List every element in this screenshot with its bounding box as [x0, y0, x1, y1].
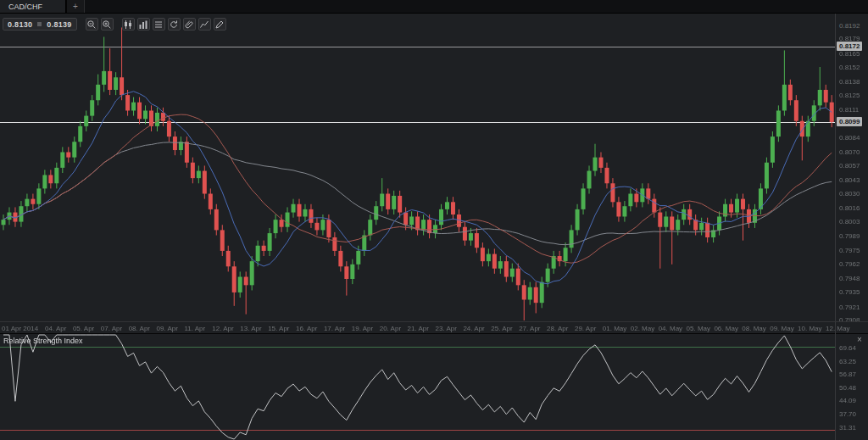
zoom-out-icon: [86, 19, 97, 30]
price-axis-label: 0.8192: [839, 22, 860, 30]
time-axis-label: 05. Apr: [73, 325, 94, 332]
price-axis-label: 0.7935: [839, 288, 860, 296]
time-axis-label: 05. May: [687, 325, 710, 332]
price-axis-label: 0.8057: [839, 162, 860, 170]
time-axis-label: 27. Apr: [519, 325, 540, 332]
refresh-icon: [169, 19, 179, 30]
time-axis-label: 13. Apr: [240, 325, 261, 332]
time-axis-label: 08. May: [742, 325, 765, 332]
price-axis-label: 0.7921: [839, 304, 860, 311]
price-axis-label: 0.8138: [839, 78, 860, 86]
price-axis-label: 0.8152: [839, 64, 860, 71]
chart-tools-group: [122, 18, 226, 31]
zoom-out-button[interactable]: [86, 18, 98, 31]
price-axis-label: 0.7975: [839, 247, 860, 254]
time-axis-label: 10. May: [798, 325, 821, 332]
rsi-axis-label: 56.87: [839, 370, 856, 378]
bar-chart-button[interactable]: [137, 18, 150, 31]
tab-bar-filler: [85, 0, 868, 13]
time-axis-label: 24. Apr: [463, 325, 484, 332]
price-axis-label: 0.8043: [839, 176, 860, 184]
rsi-close-icon[interactable]: ×: [854, 335, 865, 344]
time-axis-label: 12. Apr: [212, 325, 233, 332]
menu-button[interactable]: [153, 18, 165, 31]
time-axis-label: 02. May: [631, 325, 654, 332]
bar-chart-icon: [138, 19, 148, 30]
candlestick-chart-icon: [123, 19, 133, 30]
rsi-axis-label: 63.25: [839, 358, 856, 365]
quote-panel: 0.8130 0.8139: [3, 18, 77, 31]
time-axis-label: 28. Apr: [547, 325, 568, 332]
time-axis-label: 11. Apr: [184, 325, 205, 332]
sell-price-button[interactable]: 0.8130: [8, 20, 32, 29]
time-axis-label: 09. Apr: [157, 325, 178, 332]
time-axis-label: 06. May: [714, 325, 737, 332]
price-axis-label: 0.7962: [839, 260, 860, 268]
rsi-axis-label: 44.09: [839, 397, 856, 404]
menu-icon: [153, 19, 164, 30]
price-axis-label: 0.8165: [839, 50, 860, 58]
time-axis-label: 09. May: [770, 325, 793, 332]
time-axis-label: 07. Apr: [101, 325, 122, 332]
spread-separator: [37, 22, 42, 26]
price-line-badge[interactable]: 0.8099: [837, 117, 862, 126]
price-line-badge[interactable]: 0.8172: [837, 42, 862, 51]
time-axis-label: 15. Apr: [268, 325, 289, 332]
time-axis-label: 21. Apr: [408, 325, 429, 332]
rsi-indicator-title: Relative Strength Index: [3, 337, 83, 345]
price-chart-canvas[interactable]: [0, 14, 836, 321]
time-axis-label: 01. May: [603, 325, 626, 332]
price-axis-label: 0.8070: [839, 148, 860, 156]
rsi-axis-label: 50.48: [839, 384, 856, 392]
price-axis-label: 0.8125: [839, 92, 860, 99]
chart-tab-bar: CAD/CHF +: [0, 0, 868, 14]
line-chart-button[interactable]: [198, 18, 211, 31]
time-axis-label: 04. May: [659, 325, 682, 332]
trading-app-window: CAD/CHF + 0.8130 0.8139 0.81920.81790.81…: [0, 0, 868, 440]
rsi-axis-label: 69.64: [839, 344, 856, 352]
attach-button[interactable]: [183, 18, 196, 31]
edit-icon: [214, 19, 225, 30]
time-axis[interactable]: 01 Apr 201404. Apr05. Apr07. Apr08. Apr0…: [0, 321, 868, 333]
time-axis-first-label: 01 Apr 2014: [2, 325, 38, 332]
rsi-pane: Relative Strength Index ×: [0, 333, 868, 440]
new-tab-button[interactable]: +: [66, 0, 85, 13]
price-axis-label: 0.8084: [839, 134, 860, 142]
price-axis-label: 0.8016: [839, 204, 860, 212]
time-axis-label: 17. Apr: [324, 325, 345, 332]
time-axis-label: 08. Apr: [129, 325, 150, 332]
line-chart-icon: [199, 19, 209, 30]
chart-toolbar: 0.8130 0.8139: [3, 18, 226, 31]
time-axis-label: 20. Apr: [380, 325, 401, 332]
axis-separator: [835, 14, 836, 440]
price-axis-label: 0.8030: [839, 190, 860, 198]
time-axis-label: 19. Apr: [352, 325, 373, 332]
zoom-button-group: [86, 18, 114, 31]
time-axis-label: 04. Apr: [45, 325, 66, 332]
zoom-in-button[interactable]: [101, 18, 114, 31]
rsi-axis-label: 31.31: [839, 424, 856, 432]
zoom-in-icon: [102, 19, 112, 30]
price-axis-label: 0.7948: [839, 275, 860, 282]
edit-button[interactable]: [214, 18, 226, 31]
time-axis-label: 23. Apr: [436, 325, 457, 332]
price-axis-label: 0.8111: [839, 106, 859, 114]
time-axis-label: 29. Apr: [575, 325, 596, 332]
attach-icon: [184, 19, 194, 30]
candlestick-chart-button[interactable]: [122, 18, 135, 31]
time-axis-label: 25. Apr: [491, 325, 512, 332]
refresh-button[interactable]: [168, 18, 181, 31]
price-axis-label: 0.8003: [839, 218, 860, 226]
time-axis-label: 12. May: [826, 325, 849, 332]
price-axis-label: 0.7989: [839, 232, 860, 240]
tab-cadchf[interactable]: CAD/CHF: [0, 0, 66, 13]
buy-price-button[interactable]: 0.8139: [47, 20, 71, 29]
time-axis-label: 16. Apr: [296, 325, 317, 332]
rsi-axis-label: 37.70: [839, 410, 856, 418]
